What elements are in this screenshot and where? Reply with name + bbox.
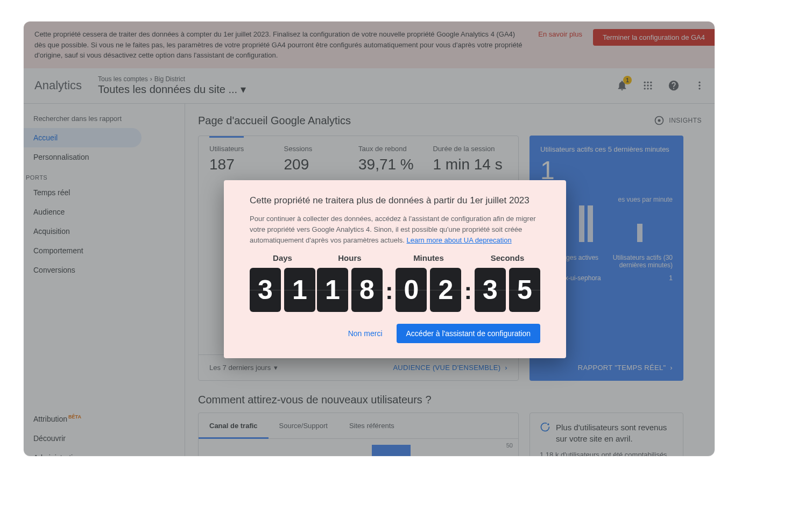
countdown-digit: 1 bbox=[284, 268, 315, 312]
countdown-seconds-label: Seconds bbox=[475, 253, 540, 262]
modal-body: Pour continuer à collecter des données, … bbox=[250, 214, 540, 246]
countdown-digit: 3 bbox=[475, 268, 506, 312]
modal-decline-button[interactable]: Non merci bbox=[344, 324, 387, 343]
countdown: Days 3 1 Hours 1 8 : Minutes 0 2 bbox=[250, 253, 540, 312]
ua-deprecation-modal: Cette propriété ne traitera plus de donn… bbox=[224, 180, 566, 358]
countdown-separator: : bbox=[464, 261, 472, 304]
modal-accept-button[interactable]: Accéder à l'assistant de configuration bbox=[397, 324, 540, 343]
countdown-digit: 1 bbox=[317, 268, 348, 312]
countdown-hours-label: Hours bbox=[317, 253, 383, 262]
countdown-digit: 8 bbox=[351, 268, 383, 312]
countdown-digit: 2 bbox=[430, 268, 461, 312]
countdown-digit: 5 bbox=[509, 268, 540, 312]
countdown-digit: 3 bbox=[250, 268, 281, 312]
countdown-days-label: Days bbox=[250, 253, 315, 262]
modal-learn-more-link[interactable]: Learn more about UA deprecation bbox=[407, 236, 512, 244]
countdown-minutes-label: Minutes bbox=[396, 253, 461, 262]
modal-title: Cette propriété ne traitera plus de donn… bbox=[250, 195, 540, 206]
countdown-separator: : bbox=[385, 261, 393, 304]
countdown-digit: 0 bbox=[396, 268, 427, 312]
